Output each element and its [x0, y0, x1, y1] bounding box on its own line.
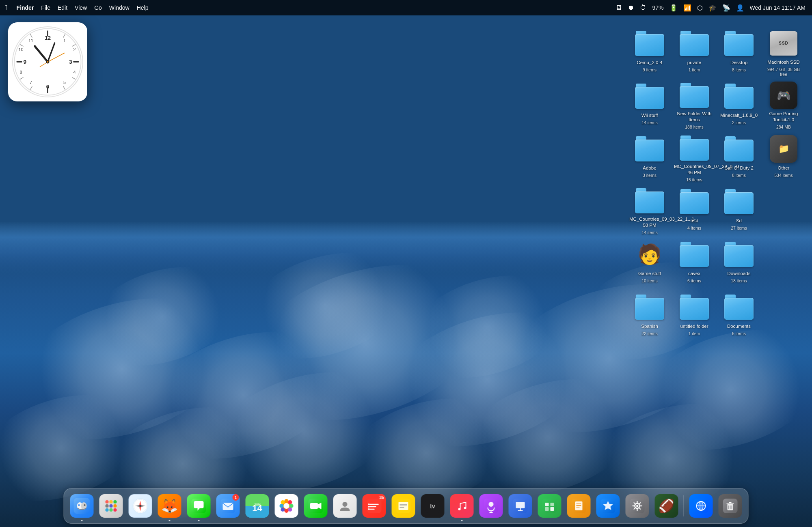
- dock-item-music[interactable]: [448, 492, 476, 520]
- menubar-help[interactable]: Help: [137, 4, 149, 11]
- wifi-icon[interactable]: 📶: [683, 4, 691, 12]
- maps-icon: JUN 14: [246, 494, 269, 518]
- icon-newfolder-label: New Folder With Items: [674, 111, 714, 123]
- cast-icon[interactable]: 📡: [722, 4, 730, 12]
- svg-point-66: [288, 508, 292, 512]
- icon-game-stuff[interactable]: 🧑 Game stuff 10 items: [627, 237, 672, 290]
- menubar-view[interactable]: View: [75, 4, 87, 11]
- menubar-file[interactable]: File: [41, 4, 50, 11]
- dock-item-messages[interactable]: [185, 492, 213, 520]
- reminders-icon: 35: [363, 494, 386, 518]
- icon-sd-label: Sd: [736, 218, 742, 224]
- icon-gamestuff-label: Game stuff: [638, 271, 661, 277]
- svg-point-60: [285, 509, 289, 513]
- icon-wiistuff-sublabel: 14 items: [641, 120, 658, 125]
- dock-item-numbers[interactable]: [536, 492, 564, 520]
- svg-text:7: 7: [30, 80, 32, 85]
- screen-icon[interactable]: 🖥: [615, 4, 622, 11]
- dock-item-firefox[interactable]: 🦊: [156, 492, 184, 520]
- menubar-edit[interactable]: Edit: [58, 4, 67, 11]
- icon-documents[interactable]: Documents 6 items: [717, 290, 761, 343]
- dock-item-trash[interactable]: [717, 492, 744, 520]
- dock-item-appstore[interactable]: [594, 492, 622, 520]
- svg-point-109: [636, 505, 638, 507]
- dock-item-finder[interactable]: [68, 492, 96, 520]
- icon-minecraft-sublabel: 2 items: [732, 120, 746, 125]
- icon-private-sublabel: 1 item: [689, 67, 700, 72]
- dock-item-bullrush[interactable]: 🏈: [653, 492, 680, 520]
- svg-text:3: 3: [69, 59, 72, 65]
- icon-adobe[interactable]: Adobe 3 items: [627, 132, 672, 185]
- icon-gpt[interactable]: 🎮 Game Porting Toolkit-1.0 284 MB: [761, 79, 806, 132]
- firefox-active-dot: [169, 520, 171, 521]
- dock-item-appletv[interactable]: tv: [419, 492, 447, 520]
- icon-cod2[interactable]: Call Of Duty 2 8 items: [717, 132, 761, 185]
- icon-downloads[interactable]: Downloads 18 items: [717, 237, 761, 290]
- airdrop-icon[interactable]: 🎓: [708, 4, 717, 12]
- menubar-window[interactable]: Window: [109, 4, 130, 11]
- icon-new-folder-items[interactable]: New Folder With Items 188 items: [672, 79, 717, 132]
- dock-item-keynote[interactable]: [507, 492, 534, 520]
- icon-spanish[interactable]: Spanish 22 items: [627, 290, 672, 343]
- icon-test-sublabel: 4 items: [687, 226, 701, 230]
- svg-rect-71: [367, 499, 382, 513]
- icon-mc2-sublabel: 14 items: [641, 230, 658, 235]
- svg-point-35: [84, 504, 86, 506]
- icon-newfolder-sublabel: 188 items: [685, 125, 704, 129]
- dock-item-mail[interactable]: 1: [214, 492, 242, 520]
- svg-rect-102: [575, 501, 583, 510]
- dock-item-notes[interactable]: [390, 492, 417, 520]
- datetime[interactable]: Wed Jun 14 11:17 AM: [750, 4, 806, 11]
- dock-item-worldwide[interactable]: [687, 492, 715, 520]
- bluetooth-icon[interactable]: ⬡: [697, 4, 703, 12]
- menubar-go[interactable]: Go: [94, 4, 102, 11]
- dock-item-facetime[interactable]: [302, 492, 330, 520]
- svg-point-77: [368, 508, 370, 510]
- icon-other[interactable]: 📁 Other 534 items: [761, 132, 806, 185]
- icon-macintosh-ssd[interactable]: SSD Macintosh SSD 994.7 GB, 38 GB free: [761, 26, 806, 79]
- stopwatch-icon[interactable]: ⏱: [640, 4, 646, 11]
- icon-spanish-sublabel: 22 items: [641, 331, 658, 336]
- icon-other-sublabel: 534 items: [774, 173, 793, 178]
- icon-minecraft-label: Minecraft_1.8.9_0: [720, 112, 758, 118]
- icon-cemu-label: Cemu_2.0-4: [637, 60, 662, 66]
- empty-cell-2: [761, 237, 806, 290]
- icon-wiistuff-label: Wii stuff: [641, 112, 658, 118]
- dock-item-launchpad[interactable]: [97, 492, 125, 520]
- menubar-finder[interactable]: Finder: [17, 4, 34, 11]
- dock-separator: [684, 495, 684, 516]
- battery-percent: 97%: [652, 4, 663, 11]
- svg-text:4: 4: [73, 70, 76, 75]
- icon-mc-countries-1[interactable]: MC_Countries_09_07_22_0...0-46 PM 15 ite…: [672, 132, 717, 185]
- apple-menu[interactable]: : [5, 4, 8, 12]
- user-icon[interactable]: 👤: [736, 4, 744, 12]
- dock-item-contacts[interactable]: [331, 492, 359, 520]
- dock-item-podcasts[interactable]: [477, 492, 505, 520]
- screenrecord-icon[interactable]: ⏺: [628, 4, 634, 11]
- icon-mc-countries-2[interactable]: MC_Countries_09_03_22_1...1-58 PM 14 ite…: [627, 185, 672, 237]
- dock-item-safari[interactable]: [127, 492, 154, 520]
- icon-test[interactable]: test 4 items: [672, 185, 717, 237]
- icon-gamestuff-sublabel: 10 items: [641, 278, 658, 283]
- svg-rect-85: [455, 499, 469, 513]
- dock-item-settings[interactable]: [624, 492, 651, 520]
- icon-cemu-sublabel: 9 items: [643, 67, 657, 72]
- icon-downloads-label: Downloads: [728, 271, 751, 277]
- icon-cemu[interactable]: Cemu_2.0-4 9 items: [627, 26, 672, 79]
- numbers-icon: [538, 494, 561, 518]
- icon-wii-stuff[interactable]: Wii stuff 14 items: [627, 79, 672, 132]
- icon-sd[interactable]: Sd 27 items: [717, 185, 761, 237]
- icon-untitled-folder[interactable]: untitled folder 1 item: [672, 290, 717, 343]
- icon-minecraft[interactable]: Minecraft_1.8.9_0 2 items: [717, 79, 761, 132]
- icon-private[interactable]: private 1 item: [672, 26, 717, 79]
- dock-item-reminders[interactable]: 35: [361, 492, 388, 520]
- dock-item-pages[interactable]: [565, 492, 593, 520]
- icon-cavex[interactable]: cavex 6 items: [672, 237, 717, 290]
- dock-item-maps[interactable]: JUN 14: [244, 492, 271, 520]
- icon-desktop[interactable]: Desktop 8 items: [717, 26, 761, 79]
- icon-cod2-sublabel: 8 items: [732, 173, 746, 178]
- battery-icon: 🔋: [669, 4, 678, 12]
- svg-point-87: [464, 507, 466, 509]
- dock-item-photos[interactable]: [273, 492, 300, 520]
- keynote-icon: [509, 494, 532, 518]
